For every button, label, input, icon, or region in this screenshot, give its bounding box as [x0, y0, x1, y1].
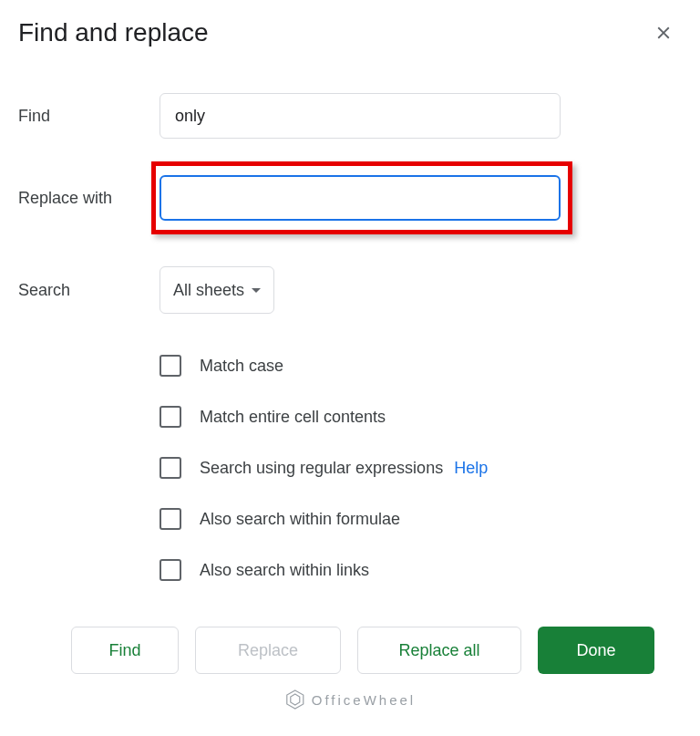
match-case-checkbox[interactable]	[160, 355, 181, 377]
dialog-title: Find and replace	[18, 18, 209, 47]
svg-marker-1	[291, 694, 300, 705]
find-button[interactable]: Find	[71, 627, 179, 674]
links-label: Also search within links	[200, 561, 369, 580]
formulae-checkbox[interactable]	[160, 508, 181, 530]
search-scope-dropdown[interactable]: All sheets	[160, 266, 274, 314]
regex-label: Search using regular expressionsHelp	[200, 459, 488, 478]
replace-input[interactable]	[160, 175, 561, 221]
search-label: Search	[18, 281, 160, 300]
match-case-label: Match case	[200, 357, 283, 376]
watermark: OfficeWheel	[284, 689, 416, 710]
match-entire-label: Match entire cell contents	[200, 408, 386, 427]
formulae-label: Also search within formulae	[200, 510, 400, 529]
find-input[interactable]	[160, 93, 561, 139]
search-scope-value: All sheets	[173, 281, 244, 300]
done-button[interactable]: Done	[538, 627, 654, 674]
match-entire-checkbox[interactable]	[160, 406, 181, 428]
replace-with-label: Replace with	[18, 189, 160, 208]
office-wheel-icon	[284, 689, 306, 710]
close-icon[interactable]	[653, 22, 674, 44]
links-checkbox[interactable]	[160, 559, 181, 581]
replace-button[interactable]: Replace	[195, 627, 341, 674]
replace-all-button[interactable]: Replace all	[357, 627, 521, 674]
find-label: Find	[18, 107, 160, 126]
chevron-down-icon	[252, 288, 261, 293]
svg-marker-0	[287, 690, 304, 709]
regex-help-link[interactable]: Help	[454, 459, 488, 477]
regex-checkbox[interactable]	[160, 457, 181, 479]
